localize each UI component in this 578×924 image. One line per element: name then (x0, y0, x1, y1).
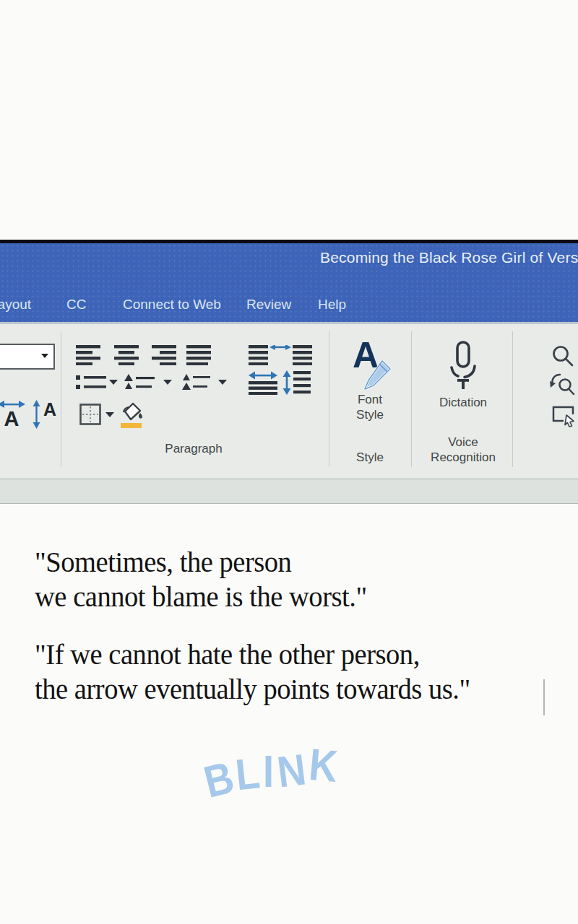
group-separator (329, 331, 329, 467)
justify-button[interactable] (186, 345, 212, 368)
bullet-list-icon (76, 374, 118, 391)
increase-indent-icon (280, 345, 312, 365)
paragraph-group-label: Paragraph (114, 441, 273, 456)
sort-lines-asc-icon (124, 374, 173, 391)
decrease-indent-icon (249, 345, 280, 365)
align-right-button[interactable] (150, 345, 176, 368)
align-center-button[interactable] (113, 345, 139, 368)
group-separator (512, 331, 513, 467)
align-right-icon (150, 345, 176, 365)
tab-review[interactable]: Review (246, 297, 291, 313)
search-button[interactable] (551, 344, 576, 370)
tab-cc[interactable]: CC (66, 297, 86, 313)
microphone-icon (449, 340, 478, 392)
select-icon (551, 405, 577, 428)
shading-button[interactable] (118, 401, 144, 432)
tab-layout[interactable]: Layout (0, 297, 31, 313)
tab-help[interactable]: Help (318, 297, 346, 313)
font-style-label-line1: Font (334, 392, 406, 407)
align-left-button[interactable] (76, 345, 102, 368)
style-group-label: Style (334, 450, 406, 465)
group-separator (61, 331, 61, 467)
font-style-icon: A (334, 340, 406, 392)
horizontal-spacing-icon (249, 370, 277, 395)
select-button[interactable] (551, 405, 577, 431)
char-width-button[interactable]: A (0, 399, 26, 428)
bullet-list-button[interactable] (76, 374, 118, 394)
vertical-arrow-icon (32, 399, 41, 430)
webtoon-panel: Becoming the Black Rose Girl of Versaill… (0, 0, 578, 924)
line-spacing-button[interactable] (282, 370, 311, 398)
dictation-button[interactable]: Dictation (423, 340, 504, 410)
pencil-icon (361, 359, 393, 391)
sfx-blink: BLINK (202, 744, 342, 798)
quote-block-2: "If we cannot hate the other person, the… (35, 637, 470, 706)
quote-block-1: "Sometimes, the person we cannot blame i… (35, 544, 367, 614)
sort-lines-desc-icon (182, 374, 228, 391)
borders-icon (79, 404, 117, 427)
voice-label-line1: Voice (417, 435, 509, 450)
justify-icon (186, 345, 212, 365)
align-left-icon (76, 345, 102, 365)
quote2-line1: "If we cannot hate the other person, (35, 637, 470, 671)
sort-lines-asc-button[interactable] (124, 374, 173, 394)
voice-group-label: Voice Recognition (417, 435, 509, 465)
voice-label-line2: Recognition (417, 450, 509, 465)
group-separator (411, 331, 412, 467)
text-cursor (543, 679, 545, 715)
horizontal-spacing-button[interactable] (249, 370, 277, 398)
replace-button[interactable] (550, 372, 576, 400)
search-icon (551, 344, 576, 367)
borders-button[interactable] (79, 404, 117, 430)
app-titlebar: Becoming the Black Rose Girl of Versaill… (0, 243, 578, 322)
sort-lines-desc-button[interactable] (182, 374, 228, 394)
quote1-line2: we cannot blame is the worst." (35, 579, 367, 614)
window-title: Becoming the Black Rose Girl of Versaill… (320, 249, 578, 266)
quote2-line2: the arrow eventually points towards us." (35, 671, 470, 706)
char-height-letter: A (43, 401, 56, 418)
increase-indent-button[interactable] (280, 345, 312, 368)
dictation-label: Dictation (423, 395, 504, 410)
ribbon-tab-row: Layout CC Connect to Web Review Help (0, 295, 578, 322)
tab-connect-to-web[interactable]: Connect to Web (123, 297, 221, 313)
quote1-line1: "Sometimes, the person (35, 544, 367, 579)
font-size-combobox[interactable] (0, 344, 55, 370)
font-style-button[interactable]: A Font Style (334, 340, 406, 422)
decrease-indent-button[interactable] (249, 345, 280, 368)
char-width-letter: A (4, 409, 20, 428)
replace-icon (550, 372, 576, 397)
ribbon: A A (0, 322, 578, 479)
ribbon-bottom-band (0, 479, 578, 504)
chevron-down-icon (41, 354, 48, 358)
line-spacing-icon (282, 370, 311, 395)
font-style-label-line2: Style (334, 407, 406, 422)
paint-bucket-icon (118, 401, 144, 430)
align-center-icon (113, 345, 139, 365)
char-height-button[interactable]: A (32, 399, 56, 430)
